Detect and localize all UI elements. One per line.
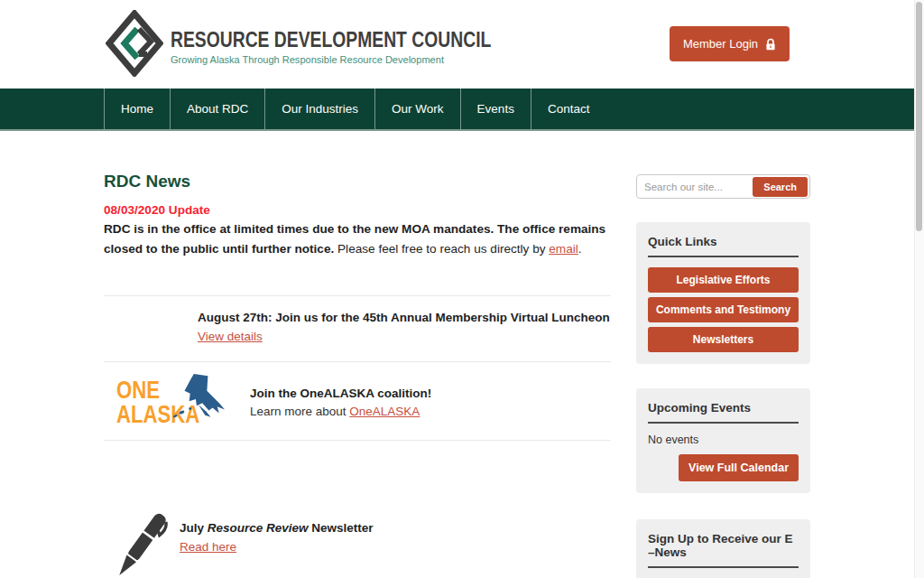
upcoming-events-box: Upcoming Events No events View Full Cale… [636, 388, 810, 493]
page-title: RDC News [104, 172, 611, 191]
pen-icon [109, 509, 169, 578]
news-item-newsletter: July Resource Review Newsletter Read her… [104, 441, 611, 578]
quick-links-box: Quick Links Legislative Efforts Comments… [636, 222, 810, 364]
nav-item-our-industries[interactable]: Our Industries [264, 89, 374, 129]
lock-icon [765, 38, 776, 51]
upcoming-events-title: Upcoming Events [648, 398, 799, 424]
newsletter-text: July Resource Review Newsletter Read her… [180, 509, 374, 578]
member-login-button[interactable]: Member Login [670, 26, 790, 61]
logo-text: RESOURCE DEVELOPMENT COUNCIL Growing Ala… [171, 10, 552, 65]
newsletter-title-prefix: July [180, 521, 208, 535]
site-title: RESOURCE DEVELOPMENT COUNCIL [171, 28, 491, 52]
onealaska-logo: ONE ALASKA [111, 374, 237, 430]
main-column: RDC News 08/03/2020 Update RDC is in the… [104, 131, 611, 578]
news-subtext: Learn more about OneALASKA [250, 405, 431, 418]
nav-item-home[interactable]: Home [104, 89, 170, 129]
news-title: August 27th: Join us for the 45th Annual… [198, 311, 611, 324]
nav-item-our-work[interactable]: Our Work [374, 89, 460, 129]
nav-item-contact[interactable]: Contact [531, 89, 606, 129]
page-scrollbar[interactable] [914, 0, 924, 578]
site-header: RESOURCE DEVELOPMENT COUNCIL Growing Ala… [0, 0, 924, 89]
news-item-onealaska: ONE ALASKA Join the OneALASKA coalition!… [104, 362, 611, 440]
onealaska-logo-line1: ONE [116, 378, 160, 403]
update-normal-text: Please feel free to reach us directly by [334, 242, 549, 256]
member-login-label: Member Login [683, 37, 758, 51]
scrollbar-thumb[interactable] [916, 2, 922, 231]
newsletter-title-suffix: Newsletter [309, 521, 374, 535]
onealaska-link[interactable]: OneALASKA [349, 405, 420, 418]
view-full-calendar-button[interactable]: View Full Calendar [679, 454, 799, 481]
newsletters-button[interactable]: Newsletters [648, 327, 799, 352]
enews-signup-title: Sign Up to Receive our E –News [648, 529, 799, 568]
onealaska-text: Join the OneALASKA coalition! Learn more… [250, 387, 431, 418]
rdc-diamond-logo-icon [106, 10, 163, 77]
site-search: Search [636, 174, 810, 199]
update-period: . [578, 242, 582, 256]
email-link[interactable]: email [549, 242, 578, 256]
update-date: 08/03/2020 Update [104, 203, 611, 217]
newsletter-title-italic: Resource Review [208, 521, 309, 535]
news-item-luncheon: August 27th: Join us for the 45th Annual… [104, 296, 611, 361]
search-input[interactable] [637, 182, 753, 192]
view-details-link[interactable]: View details [198, 330, 263, 343]
main-nav: Home About RDC Our Industries Our Work E… [0, 89, 924, 131]
read-here-link[interactable]: Read here [180, 540, 236, 554]
quick-links-title: Quick Links [648, 232, 799, 257]
news-title: Join the OneALASKA coalition! [250, 387, 431, 400]
content-area: RDC News 08/03/2020 Update RDC is in the… [0, 131, 924, 576]
legislative-efforts-button[interactable]: Legislative Efforts [648, 267, 799, 293]
enews-signup-box: Sign Up to Receive our E –News Receive e… [636, 519, 810, 578]
rdc-logo[interactable]: RESOURCE DEVELOPMENT COUNCIL Growing Ala… [106, 10, 552, 77]
site-tagline: Growing Alaska Through Responsible Resou… [171, 54, 537, 65]
update-paragraph: RDC is in the office at limited times du… [104, 219, 611, 259]
nav-item-about-rdc[interactable]: About RDC [170, 89, 264, 129]
news-title: July Resource Review Newsletter [180, 521, 374, 535]
alaska-map-icon [158, 371, 237, 424]
search-button[interactable]: Search [753, 177, 808, 197]
comments-testimony-button[interactable]: Comments and Testimony [648, 297, 799, 322]
sidebar: Search Quick Links Legislative Efforts C… [636, 131, 810, 578]
nav-item-events[interactable]: Events [460, 89, 531, 129]
learn-more-prefix: Learn more about [250, 405, 349, 418]
no-events-text: No events [648, 434, 799, 446]
